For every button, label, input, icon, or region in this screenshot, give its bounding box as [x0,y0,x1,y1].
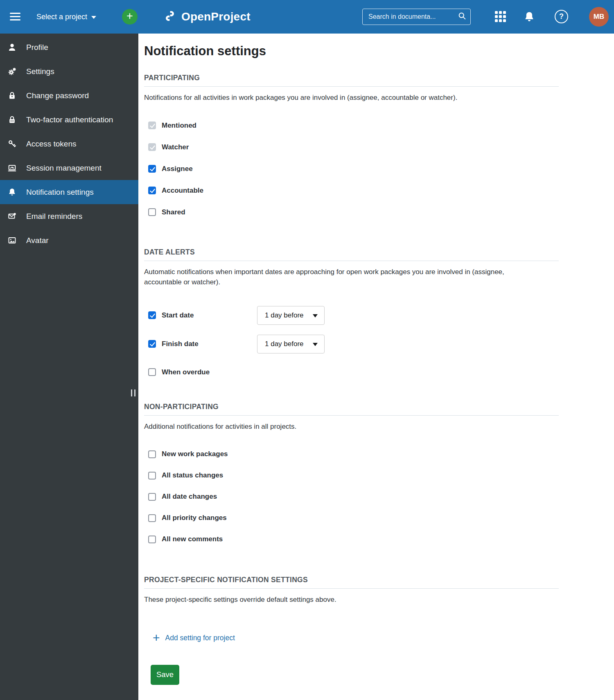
sidebar-item-notification-settings[interactable]: Notification settings [0,180,138,204]
date-alerts-description: Automatic notifications when important d… [144,267,529,288]
checkbox-label: Start date [162,311,194,320]
mail-icon [7,212,16,221]
sidebar-item-avatar[interactable]: Avatar [0,228,138,252]
top-header-bar: Select a project + OpenProject ? [0,0,614,34]
bell-icon [7,188,16,197]
account-settings-sidebar: Profile Settings [0,34,138,700]
all-new-comments-checkbox[interactable] [148,536,156,543]
plus-icon: + [153,634,160,642]
checkbox-row-mentioned: Mentioned [144,122,559,130]
save-button[interactable]: Save [151,665,179,685]
lock-icon [7,91,16,100]
help-icon[interactable]: ? [555,10,568,23]
all-priority-changes-checkbox[interactable] [148,514,156,522]
app-logo[interactable]: OpenProject [163,0,251,34]
checkbox-label: Mentioned [162,122,196,130]
avatar-initials: MB [594,13,604,21]
participating-section-heading: PARTICIPATING [144,74,559,87]
when-overdue-checkbox[interactable] [148,368,156,376]
date-alerts-section-heading: DATE ALERTS [144,248,559,261]
checkbox-row-shared: Shared [144,208,559,216]
sidebar-item-session-management[interactable]: Session management [0,156,138,180]
hamburger-menu-icon[interactable] [10,13,20,21]
sidebar-item-label: Two-factor authentication [26,115,113,124]
assignee-checkbox[interactable] [148,165,156,173]
mentioned-checkbox[interactable] [148,122,156,129]
checkbox-row-all-date-changes: All date changes [144,493,559,501]
app-logo-text: OpenProject [181,10,251,23]
non-participating-section-heading: NON-PARTICIPATING [144,403,559,416]
checkbox-row-assignee: Assignee [144,165,559,173]
project-specific-section-heading: PROJECT-SPECIFIC NOTIFICATION SETTINGS [144,576,559,589]
project-selector-label: Select a project [36,13,87,21]
when-overdue-row: When overdue [144,368,559,376]
checkbox-row-new-work-packages: New work packages [144,450,559,458]
finish-date-checkbox[interactable] [148,340,156,348]
search-input[interactable] [368,13,458,20]
new-work-packages-checkbox[interactable] [148,450,156,458]
start-date-row: Start date 1 day before [144,306,559,325]
sidebar-resize-handle[interactable] [131,389,135,396]
sidebar-item-email-reminders[interactable]: Email reminders [0,204,138,228]
checkbox-label: Assignee [162,165,193,173]
add-setting-label: Add setting for project [165,634,235,642]
sidebar-item-label: Access tokens [26,140,77,149]
checkbox-label: New work packages [162,450,228,458]
checkbox-label: When overdue [162,368,210,376]
project-selector[interactable]: Select a project [36,0,96,34]
sidebar-item-label: Session management [26,164,102,173]
search-icon[interactable] [458,12,466,22]
gears-icon [7,67,16,76]
sidebar-item-label: Change password [26,91,89,100]
sidebar-item-profile[interactable]: Profile [0,35,138,59]
non-participating-description: Additional notifications for activities … [144,421,559,432]
watcher-checkbox[interactable] [148,143,156,151]
monitor-icon [7,164,16,173]
finish-date-select[interactable]: 1 day before [257,335,325,353]
checkbox-row-all-priority-changes: All priority changes [144,514,559,522]
sidebar-item-label: Profile [26,43,48,52]
chevron-down-icon [313,314,318,317]
finish-date-row: Finish date 1 day before [144,335,559,353]
checkbox-label: Accountable [162,187,203,195]
select-value: 1 day before [265,311,304,320]
add-setting-for-project-link[interactable]: + Add setting for project [144,634,235,642]
sidebar-item-access-tokens[interactable]: Access tokens [0,132,138,156]
notifications-bell-icon[interactable] [524,11,535,24]
all-date-changes-checkbox[interactable] [148,493,156,501]
start-date-checkbox[interactable] [148,311,156,319]
checkbox-label: All new comments [162,535,223,543]
non-participating-checkbox-list: New work packages All status changes All… [144,450,559,543]
start-date-select[interactable]: 1 day before [257,306,325,325]
main-content: Notification settings PARTICIPATING Noti… [138,34,614,700]
checkbox-label: All status changes [162,471,223,479]
sidebar-nav: Profile Settings [0,34,138,252]
project-specific-description: These project-specific settings override… [144,594,559,605]
sidebar-item-change-password[interactable]: Change password [0,83,138,108]
lock-shield-icon [7,115,16,124]
page-title: Notification settings [144,44,559,59]
sidebar-item-label: Notification settings [26,188,94,197]
checkbox-label: Finish date [162,340,199,348]
sidebar-item-label: Settings [26,67,54,76]
shared-checkbox[interactable] [148,208,156,216]
chevron-down-icon [313,343,318,346]
checkbox-row-all-new-comments: All new comments [144,535,559,543]
checkbox-label: Watcher [162,143,189,151]
image-icon [7,236,16,245]
global-add-button[interactable]: + [122,9,138,25]
user-icon [7,43,16,52]
modules-grid-icon[interactable] [495,11,507,23]
checkbox-row-watcher: Watcher [144,143,559,151]
accountable-checkbox[interactable] [148,187,156,194]
date-alerts-rows: Start date 1 day before Finish date 1 da… [144,306,559,376]
sidebar-item-two-factor[interactable]: Two-factor authentication [0,108,138,132]
all-status-changes-checkbox[interactable] [148,472,156,479]
checkbox-label: All priority changes [162,514,227,522]
user-avatar[interactable]: MB [589,7,609,27]
sidebar-item-settings[interactable]: Settings [0,59,138,83]
chevron-down-icon [91,16,96,19]
checkbox-row-accountable: Accountable [144,187,559,195]
checkbox-label: All date changes [162,493,217,501]
participating-description: Notifications for all activities in work… [144,92,559,103]
